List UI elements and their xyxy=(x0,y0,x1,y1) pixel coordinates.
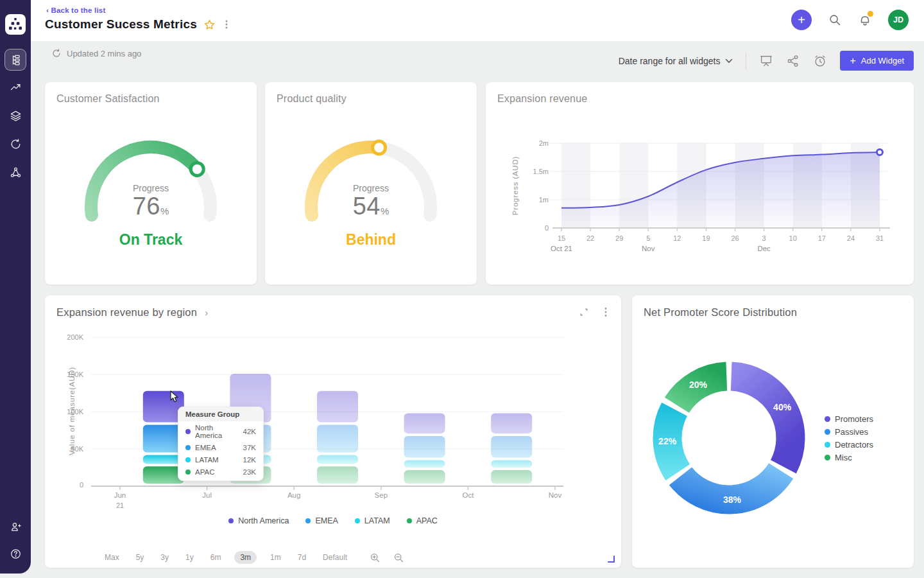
range-button-6m[interactable]: 6m xyxy=(207,551,225,564)
legend-item[interactable]: Promoters xyxy=(825,412,873,425)
legend-label: EMEA xyxy=(315,516,338,525)
toolbar-divider xyxy=(746,53,746,69)
user-plus-icon xyxy=(10,521,22,533)
range-button-3m[interactable]: 3m xyxy=(234,551,257,564)
svg-text:Oct 21: Oct 21 xyxy=(551,245,572,252)
svg-text:22%: 22% xyxy=(658,436,677,446)
tooltip-title: Measure Group xyxy=(178,407,263,421)
presentation-mode-icon[interactable] xyxy=(759,54,773,68)
widget-resize-handle[interactable] xyxy=(607,555,615,563)
sidebar-item-help[interactable] xyxy=(4,543,26,565)
sidebar-item-layers[interactable] xyxy=(4,105,26,127)
avatar[interactable]: JD xyxy=(888,10,909,30)
create-button[interactable]: + xyxy=(791,10,812,30)
svg-text:19: 19 xyxy=(702,234,710,242)
expansion-revenue-line-chart[interactable]: 01m1.5m2m1522295121926310172431Oct 21Nov… xyxy=(486,82,914,285)
tooltip-label: LATAM xyxy=(195,456,219,464)
sidebar-item-invite-user[interactable] xyxy=(4,516,26,538)
refresh-icon xyxy=(51,48,62,58)
legend-label: Misc xyxy=(835,453,852,462)
notifications-bell-icon[interactable] xyxy=(858,13,872,27)
legend-item[interactable]: EMEA xyxy=(305,516,338,525)
svg-text:5: 5 xyxy=(646,234,650,242)
range-button-max[interactable]: Max xyxy=(101,551,123,564)
svg-text:3: 3 xyxy=(762,234,766,242)
gauge-status: Behind xyxy=(265,231,477,249)
svg-text:0: 0 xyxy=(545,224,549,232)
svg-text:Dec: Dec xyxy=(757,245,771,252)
range-button-1y[interactable]: 1y xyxy=(182,551,197,564)
share-icon[interactable] xyxy=(786,54,800,68)
zoom-out-icon[interactable] xyxy=(393,552,404,563)
legend-label: North America xyxy=(238,516,289,525)
topbar: ‹ Back to the list Customer Sucess Metri… xyxy=(31,0,924,41)
widget-expansion-revenue: Expansion revenue 01m1.5m2m1522295121926… xyxy=(486,82,914,285)
range-button-default[interactable]: Default xyxy=(320,551,350,564)
app-logo[interactable] xyxy=(5,14,26,35)
sidebar-item-sync[interactable] xyxy=(4,133,26,155)
legend-dot-icon xyxy=(825,429,830,435)
svg-text:20%: 20% xyxy=(689,380,708,390)
svg-text:Sep: Sep xyxy=(375,491,388,499)
legend-dot-icon xyxy=(228,518,234,523)
svg-text:Value of measure(AUD): Value of measure(AUD) xyxy=(68,367,76,455)
tooltip-value: 12K xyxy=(243,456,256,464)
svg-text:17: 17 xyxy=(818,234,826,242)
legend-item[interactable]: North America xyxy=(228,516,289,525)
gauge-status: On Track xyxy=(45,231,257,249)
legend-label: APAC xyxy=(416,516,438,525)
range-button-5y[interactable]: 5y xyxy=(133,551,148,564)
svg-text:0: 0 xyxy=(80,481,83,489)
svg-text:Progress (AUD): Progress (AUD) xyxy=(511,156,519,215)
title-more-menu-icon[interactable] xyxy=(222,19,231,30)
notification-badge xyxy=(868,11,873,17)
search-icon[interactable] xyxy=(828,13,842,27)
legend-item[interactable]: Misc xyxy=(825,451,873,464)
metrics-tree-icon xyxy=(10,54,22,66)
range-button-7d[interactable]: 7d xyxy=(295,551,309,564)
svg-text:Jun: Jun xyxy=(114,491,126,499)
date-range-select[interactable]: Date range for all widgets xyxy=(619,56,733,66)
logo-dots-icon xyxy=(5,14,26,35)
favorite-star-icon[interactable] xyxy=(203,19,216,31)
range-button-3y[interactable]: 3y xyxy=(157,551,172,564)
tooltip-label: North America xyxy=(195,424,239,439)
widget-product-quality: Product quality Progress 54% Behind xyxy=(265,82,477,285)
bar-chart-legend: North AmericaEMEALATAMAPAC xyxy=(45,516,621,525)
legend-dot-icon xyxy=(407,518,412,523)
add-widget-button[interactable]: + Add Widget xyxy=(840,51,914,71)
legend-dot-icon xyxy=(825,442,830,448)
schedule-alarm-icon[interactable] xyxy=(813,54,827,68)
page-title: Customer Sucess Metrics xyxy=(45,17,197,31)
sidebar-item-metrics-tree[interactable] xyxy=(4,49,26,71)
tooltip-value: 37K xyxy=(243,444,256,451)
legend-item[interactable]: LATAM xyxy=(355,516,390,525)
zoom-in-icon[interactable] xyxy=(370,552,381,563)
legend-item[interactable]: APAC xyxy=(407,516,438,525)
region-bar-chart[interactable]: 050K100K150K200KJun21JulAugSepOctNovValu… xyxy=(45,295,621,514)
back-link[interactable]: ‹ Back to the list xyxy=(46,6,105,14)
legend-dot-icon xyxy=(355,518,360,523)
sidebar-item-trends[interactable] xyxy=(4,76,26,98)
svg-text:Nov: Nov xyxy=(642,245,655,252)
svg-text:24: 24 xyxy=(847,234,855,242)
legend-item[interactable]: Detractors xyxy=(825,438,873,451)
svg-text:1m: 1m xyxy=(539,196,549,204)
nps-legend: PromotersPassivesDetractorsMisc xyxy=(825,412,873,464)
trending-up-icon xyxy=(10,82,22,94)
svg-text:Oct: Oct xyxy=(462,491,474,499)
legend-item[interactable]: Passives xyxy=(825,425,873,438)
legend-dot-icon xyxy=(305,518,311,523)
sidebar-item-share-nodes[interactable] xyxy=(4,161,26,183)
layers-icon xyxy=(10,110,22,122)
gauge-value: 76% xyxy=(45,193,257,220)
tooltip-label: EMEA xyxy=(195,444,216,451)
range-button-1m[interactable]: 1m xyxy=(267,551,284,564)
tooltip-dot-icon xyxy=(185,429,191,434)
svg-text:12: 12 xyxy=(673,234,681,242)
gauge-value: 54% xyxy=(265,193,477,220)
chevron-down-icon xyxy=(725,58,733,64)
svg-text:Jul: Jul xyxy=(202,491,212,499)
svg-text:38%: 38% xyxy=(723,495,742,505)
svg-text:1.5m: 1.5m xyxy=(533,168,549,175)
